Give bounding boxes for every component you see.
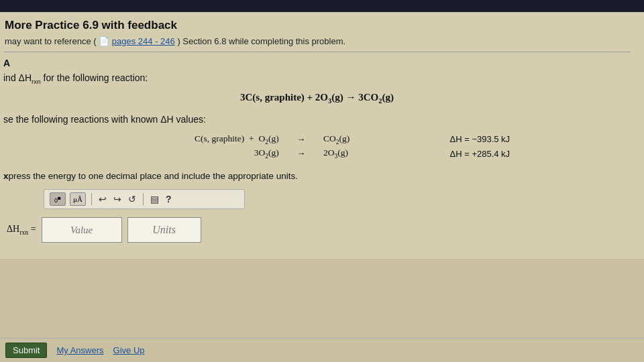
table-row: C(s, graphite) + O2(g) → CO2(g) ΔH = −39…: [5, 133, 629, 146]
toolbar: 0■ μÂ ↩ ↪ ↺ ▤ ?: [44, 189, 245, 209]
reaction1-right: CO2(g): [321, 133, 430, 146]
reference-prefix: may want to reference (: [5, 36, 97, 46]
answer-row: ΔHrxn =: [7, 217, 631, 243]
part-label: A: [3, 58, 631, 68]
table-row: 3O2(g) → 2O3(g) ΔH = +285.4 kJ: [5, 147, 629, 160]
format-icon-2[interactable]: μÂ: [70, 192, 86, 206]
keyboard-button[interactable]: ▤: [149, 194, 160, 204]
reaction1-dh: ΔH = −393.5 kJ: [447, 133, 630, 146]
submit-button[interactable]: Submit: [5, 343, 47, 358]
reference-suffix: ) Section 6.8 while completing this prob…: [177, 36, 345, 46]
reaction2-left: 3O2(g): [5, 147, 282, 160]
help-button[interactable]: ?: [164, 194, 173, 204]
my-answers-link[interactable]: My Answers: [56, 345, 103, 355]
reference-link[interactable]: pages 244 - 246: [112, 36, 175, 46]
reaction1-left: C(s, graphite) + O2(g): [5, 133, 282, 146]
refresh-button[interactable]: ↺: [127, 194, 138, 204]
express-line: xpress the energy to one decimal place a…: [3, 171, 631, 181]
give-up-link[interactable]: Give Up: [113, 345, 145, 355]
value-input[interactable]: [42, 217, 122, 243]
undo-button[interactable]: ↩: [97, 194, 108, 204]
toolbar-separator-1: [91, 193, 92, 205]
redo-button[interactable]: ↪: [112, 194, 123, 204]
reaction1-arrow: →: [283, 133, 319, 146]
reactions-table: C(s, graphite) + O2(g) → CO2(g) ΔH = −39…: [3, 131, 631, 162]
reaction2-arrow: →: [283, 147, 319, 160]
reference-line: may want to reference ( 📄 pages 244 - 24…: [3, 36, 631, 46]
toolbar-separator-2: [143, 193, 144, 205]
units-input[interactable]: [127, 217, 201, 243]
reaction2-right: 2O3(g): [321, 147, 430, 160]
main-reaction: 3C(s, graphite) + 2O3(g) → 3CO2(g): [3, 92, 631, 105]
main-content: More Practice 6.9 with feedback may want…: [0, 12, 644, 259]
reaction2-dh: ΔH = +285.4 kJ: [447, 147, 630, 160]
bottom-bar: Submit My Answers Give Up: [0, 338, 644, 362]
section-divider: [3, 52, 631, 52]
book-icon: 📄: [99, 36, 109, 46]
find-hrxn-text: ind ΔHrxn for the following reaction:: [3, 72, 631, 85]
delta-h-label: ΔHrxn =: [7, 224, 36, 236]
use-following-text: se the following reactions with known ΔH…: [3, 114, 631, 125]
top-bar: [0, 0, 644, 12]
page-title: More Practice 6.9 with feedback: [3, 19, 631, 32]
format-icon-1[interactable]: 0■: [50, 192, 66, 206]
